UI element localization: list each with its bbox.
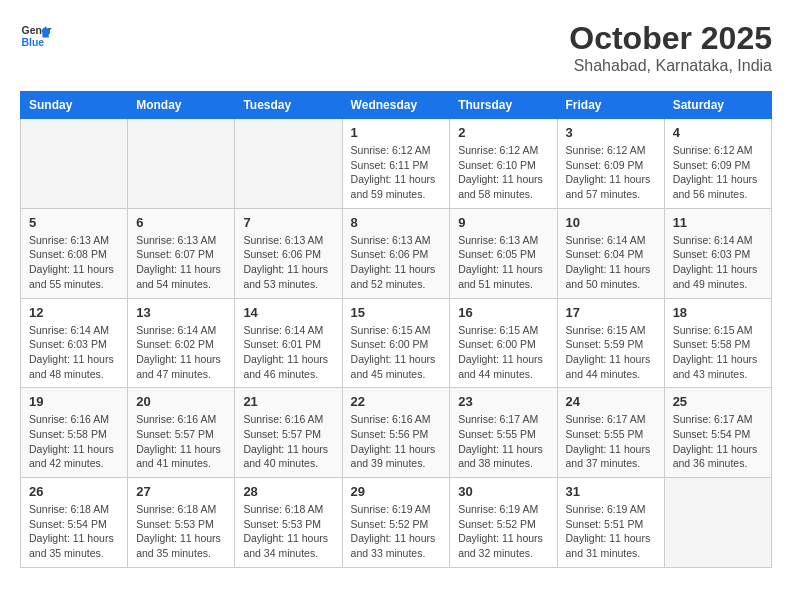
- day-number: 28: [243, 484, 333, 499]
- calendar-cell: [128, 119, 235, 209]
- day-info: Sunrise: 6:12 AM Sunset: 6:11 PM Dayligh…: [351, 143, 442, 202]
- day-info: Sunrise: 6:16 AM Sunset: 5:57 PM Dayligh…: [243, 412, 333, 471]
- calendar-cell: [664, 478, 771, 568]
- day-number: 9: [458, 215, 548, 230]
- calendar-week-row: 1Sunrise: 6:12 AM Sunset: 6:11 PM Daylig…: [21, 119, 772, 209]
- day-number: 4: [673, 125, 763, 140]
- calendar-cell: 27Sunrise: 6:18 AM Sunset: 5:53 PM Dayli…: [128, 478, 235, 568]
- day-number: 2: [458, 125, 548, 140]
- weekday-header-monday: Monday: [128, 92, 235, 119]
- calendar-cell: 7Sunrise: 6:13 AM Sunset: 6:06 PM Daylig…: [235, 208, 342, 298]
- day-info: Sunrise: 6:17 AM Sunset: 5:55 PM Dayligh…: [458, 412, 548, 471]
- weekday-header-tuesday: Tuesday: [235, 92, 342, 119]
- weekday-header-wednesday: Wednesday: [342, 92, 450, 119]
- day-number: 31: [566, 484, 656, 499]
- calendar-cell: 17Sunrise: 6:15 AM Sunset: 5:59 PM Dayli…: [557, 298, 664, 388]
- day-number: 24: [566, 394, 656, 409]
- calendar-cell: 28Sunrise: 6:18 AM Sunset: 5:53 PM Dayli…: [235, 478, 342, 568]
- calendar-cell: 22Sunrise: 6:16 AM Sunset: 5:56 PM Dayli…: [342, 388, 450, 478]
- calendar-cell: 8Sunrise: 6:13 AM Sunset: 6:06 PM Daylig…: [342, 208, 450, 298]
- day-info: Sunrise: 6:13 AM Sunset: 6:07 PM Dayligh…: [136, 233, 226, 292]
- calendar-cell: 19Sunrise: 6:16 AM Sunset: 5:58 PM Dayli…: [21, 388, 128, 478]
- day-info: Sunrise: 6:19 AM Sunset: 5:51 PM Dayligh…: [566, 502, 656, 561]
- day-number: 1: [351, 125, 442, 140]
- day-number: 25: [673, 394, 763, 409]
- location-subtitle: Shahabad, Karnataka, India: [569, 57, 772, 75]
- calendar-cell: 15Sunrise: 6:15 AM Sunset: 6:00 PM Dayli…: [342, 298, 450, 388]
- day-number: 20: [136, 394, 226, 409]
- calendar-cell: 29Sunrise: 6:19 AM Sunset: 5:52 PM Dayli…: [342, 478, 450, 568]
- day-number: 12: [29, 305, 119, 320]
- day-number: 7: [243, 215, 333, 230]
- calendar-week-row: 19Sunrise: 6:16 AM Sunset: 5:58 PM Dayli…: [21, 388, 772, 478]
- calendar-week-row: 26Sunrise: 6:18 AM Sunset: 5:54 PM Dayli…: [21, 478, 772, 568]
- day-info: Sunrise: 6:18 AM Sunset: 5:53 PM Dayligh…: [243, 502, 333, 561]
- logo: General Blue: [20, 20, 52, 52]
- day-number: 26: [29, 484, 119, 499]
- day-info: Sunrise: 6:12 AM Sunset: 6:09 PM Dayligh…: [673, 143, 763, 202]
- day-info: Sunrise: 6:12 AM Sunset: 6:09 PM Dayligh…: [566, 143, 656, 202]
- day-info: Sunrise: 6:15 AM Sunset: 5:59 PM Dayligh…: [566, 323, 656, 382]
- calendar-cell: 10Sunrise: 6:14 AM Sunset: 6:04 PM Dayli…: [557, 208, 664, 298]
- weekday-header-friday: Friday: [557, 92, 664, 119]
- weekday-header-sunday: Sunday: [21, 92, 128, 119]
- day-number: 6: [136, 215, 226, 230]
- day-info: Sunrise: 6:17 AM Sunset: 5:55 PM Dayligh…: [566, 412, 656, 471]
- calendar-cell: 11Sunrise: 6:14 AM Sunset: 6:03 PM Dayli…: [664, 208, 771, 298]
- calendar-cell: 26Sunrise: 6:18 AM Sunset: 5:54 PM Dayli…: [21, 478, 128, 568]
- day-number: 29: [351, 484, 442, 499]
- calendar-cell: 25Sunrise: 6:17 AM Sunset: 5:54 PM Dayli…: [664, 388, 771, 478]
- day-number: 16: [458, 305, 548, 320]
- weekday-header-saturday: Saturday: [664, 92, 771, 119]
- calendar-cell: 31Sunrise: 6:19 AM Sunset: 5:51 PM Dayli…: [557, 478, 664, 568]
- calendar-cell: 21Sunrise: 6:16 AM Sunset: 5:57 PM Dayli…: [235, 388, 342, 478]
- calendar-cell: 6Sunrise: 6:13 AM Sunset: 6:07 PM Daylig…: [128, 208, 235, 298]
- calendar-cell: 23Sunrise: 6:17 AM Sunset: 5:55 PM Dayli…: [450, 388, 557, 478]
- day-number: 22: [351, 394, 442, 409]
- weekday-header-row: SundayMondayTuesdayWednesdayThursdayFrid…: [21, 92, 772, 119]
- calendar-cell: 16Sunrise: 6:15 AM Sunset: 6:00 PM Dayli…: [450, 298, 557, 388]
- logo-icon: General Blue: [20, 20, 52, 52]
- day-info: Sunrise: 6:16 AM Sunset: 5:56 PM Dayligh…: [351, 412, 442, 471]
- weekday-header-thursday: Thursday: [450, 92, 557, 119]
- day-info: Sunrise: 6:17 AM Sunset: 5:54 PM Dayligh…: [673, 412, 763, 471]
- day-info: Sunrise: 6:13 AM Sunset: 6:05 PM Dayligh…: [458, 233, 548, 292]
- day-number: 30: [458, 484, 548, 499]
- calendar-cell: 12Sunrise: 6:14 AM Sunset: 6:03 PM Dayli…: [21, 298, 128, 388]
- day-info: Sunrise: 6:19 AM Sunset: 5:52 PM Dayligh…: [458, 502, 548, 561]
- day-number: 8: [351, 215, 442, 230]
- calendar-cell: [21, 119, 128, 209]
- day-info: Sunrise: 6:15 AM Sunset: 5:58 PM Dayligh…: [673, 323, 763, 382]
- day-number: 10: [566, 215, 656, 230]
- day-number: 19: [29, 394, 119, 409]
- day-info: Sunrise: 6:14 AM Sunset: 6:03 PM Dayligh…: [673, 233, 763, 292]
- calendar-table: SundayMondayTuesdayWednesdayThursdayFrid…: [20, 91, 772, 568]
- calendar-cell: 2Sunrise: 6:12 AM Sunset: 6:10 PM Daylig…: [450, 119, 557, 209]
- day-number: 11: [673, 215, 763, 230]
- calendar-week-row: 12Sunrise: 6:14 AM Sunset: 6:03 PM Dayli…: [21, 298, 772, 388]
- day-number: 3: [566, 125, 656, 140]
- calendar-cell: 4Sunrise: 6:12 AM Sunset: 6:09 PM Daylig…: [664, 119, 771, 209]
- title-block: October 2025 Shahabad, Karnataka, India: [569, 20, 772, 75]
- day-number: 17: [566, 305, 656, 320]
- calendar-cell: 9Sunrise: 6:13 AM Sunset: 6:05 PM Daylig…: [450, 208, 557, 298]
- day-info: Sunrise: 6:18 AM Sunset: 5:54 PM Dayligh…: [29, 502, 119, 561]
- day-info: Sunrise: 6:15 AM Sunset: 6:00 PM Dayligh…: [458, 323, 548, 382]
- day-info: Sunrise: 6:14 AM Sunset: 6:01 PM Dayligh…: [243, 323, 333, 382]
- calendar-cell: 20Sunrise: 6:16 AM Sunset: 5:57 PM Dayli…: [128, 388, 235, 478]
- day-info: Sunrise: 6:16 AM Sunset: 5:58 PM Dayligh…: [29, 412, 119, 471]
- day-info: Sunrise: 6:13 AM Sunset: 6:06 PM Dayligh…: [351, 233, 442, 292]
- day-number: 5: [29, 215, 119, 230]
- month-title: October 2025: [569, 20, 772, 57]
- calendar-cell: 3Sunrise: 6:12 AM Sunset: 6:09 PM Daylig…: [557, 119, 664, 209]
- day-info: Sunrise: 6:15 AM Sunset: 6:00 PM Dayligh…: [351, 323, 442, 382]
- calendar-cell: 24Sunrise: 6:17 AM Sunset: 5:55 PM Dayli…: [557, 388, 664, 478]
- day-number: 18: [673, 305, 763, 320]
- day-info: Sunrise: 6:14 AM Sunset: 6:04 PM Dayligh…: [566, 233, 656, 292]
- calendar-cell: [235, 119, 342, 209]
- calendar-week-row: 5Sunrise: 6:13 AM Sunset: 6:08 PM Daylig…: [21, 208, 772, 298]
- svg-text:Blue: Blue: [22, 37, 45, 48]
- calendar-cell: 18Sunrise: 6:15 AM Sunset: 5:58 PM Dayli…: [664, 298, 771, 388]
- day-number: 13: [136, 305, 226, 320]
- day-info: Sunrise: 6:14 AM Sunset: 6:03 PM Dayligh…: [29, 323, 119, 382]
